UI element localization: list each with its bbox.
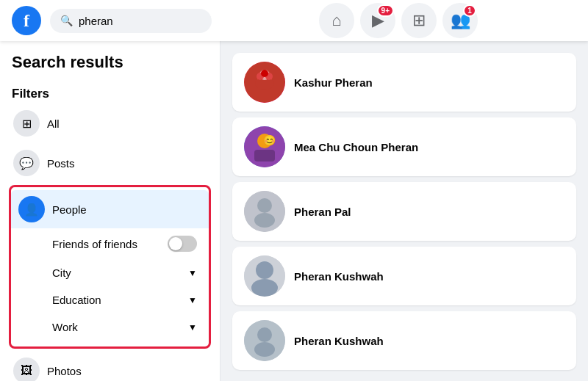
result-card-2[interactable]: 😊 Mea Chu Choun Pheran (232, 117, 576, 176)
facebook-logo[interactable]: f (12, 6, 41, 35)
avatar-4 (244, 255, 285, 297)
filter-all[interactable]: ⊞ All (6, 104, 214, 142)
result-card-4[interactable]: Pheran Kushwah (232, 247, 576, 305)
photos-icon: 🖼 (13, 358, 40, 381)
svg-point-6 (261, 70, 268, 77)
search-icon: 🔍 (60, 15, 73, 26)
avatar-3 (244, 191, 285, 232)
work-filter[interactable]: Work ▼ (11, 313, 209, 341)
person-name-3: Pheran Pal (294, 206, 351, 218)
friends-toggle[interactable] (168, 236, 197, 252)
person-name-1: Kashur Pheran (294, 76, 373, 89)
filter-all-label: All (47, 117, 60, 130)
city-filter[interactable]: City ▼ (11, 259, 209, 286)
svg-point-20 (257, 327, 272, 342)
result-card-1[interactable]: Kashur Pheran (232, 53, 576, 112)
filters-label: Filters (6, 81, 214, 104)
city-label: City (52, 266, 71, 279)
work-chevron-icon: ▼ (188, 322, 197, 333)
svg-point-17 (251, 279, 278, 297)
search-results: Kashur Pheran 😊 Mea Chu Choun Pheran (220, 41, 588, 381)
svg-point-21 (254, 342, 275, 357)
posts-icon: 💬 (13, 150, 40, 176)
search-input[interactable]: pheran (79, 15, 113, 27)
people-nav-button[interactable]: 👥 1 (442, 3, 478, 38)
video-badge: 9+ (377, 4, 394, 17)
filter-photos[interactable]: 🖼 Photos (6, 352, 214, 381)
store-icon: ⊞ (412, 11, 426, 30)
page-title: Search results (6, 53, 214, 81)
avatar-2: 😊 (244, 126, 285, 167)
sidebar: Search results Filters ⊞ All 💬 Posts 👤 P… (0, 41, 220, 381)
svg-point-14 (254, 213, 275, 228)
top-navigation: f 🔍 pheran ⌂ ▶ 9+ ⊞ 👥 1 (0, 0, 588, 41)
main-layout: Search results Filters ⊞ All 💬 Posts 👤 P… (0, 41, 588, 381)
filter-people-label: People (52, 203, 87, 216)
result-card-5[interactable]: Pheran Kushwah (232, 311, 576, 370)
home-icon: ⌂ (331, 11, 341, 30)
filter-posts-label: Posts (47, 157, 75, 170)
friends-of-friends-label: Friends of friends (52, 238, 137, 250)
svg-point-13 (257, 198, 272, 213)
filter-posts[interactable]: 💬 Posts (6, 144, 214, 182)
friends-of-friends-filter[interactable]: Friends of friends (11, 228, 209, 259)
video-nav-button[interactable]: ▶ 9+ (360, 3, 395, 38)
search-box[interactable]: 🔍 pheran (50, 9, 212, 33)
avatar-5 (244, 320, 285, 361)
svg-point-16 (256, 261, 273, 279)
result-card-3[interactable]: Pheran Pal (232, 182, 576, 241)
city-chevron-icon: ▼ (188, 268, 197, 278)
education-label: Education (52, 294, 101, 306)
svg-rect-10 (254, 150, 275, 162)
all-icon: ⊞ (13, 110, 40, 137)
person-name-5: Pheran Kushwah (294, 335, 384, 347)
avatar-1 (244, 62, 285, 103)
person-name-2: Mea Chu Choun Pheran (294, 141, 418, 153)
education-chevron-icon: ▼ (188, 295, 197, 305)
people-filter-icon: 👤 (18, 196, 45, 222)
person-name-4: Pheran Kushwah (294, 270, 384, 283)
education-filter[interactable]: Education ▼ (11, 286, 209, 313)
store-nav-button[interactable]: ⊞ (401, 3, 437, 38)
home-nav-button[interactable]: ⌂ (319, 3, 354, 38)
nav-center: ⌂ ▶ 9+ ⊞ 👥 1 (220, 3, 576, 38)
people-badge: 1 (463, 4, 476, 17)
filter-photos-label: Photos (47, 365, 82, 377)
filter-people[interactable]: 👤 People (11, 190, 209, 228)
people-section: 👤 People Friends of friends City ▼ Educa… (9, 185, 211, 349)
work-label: Work (52, 321, 78, 333)
svg-text:😊: 😊 (263, 134, 276, 147)
